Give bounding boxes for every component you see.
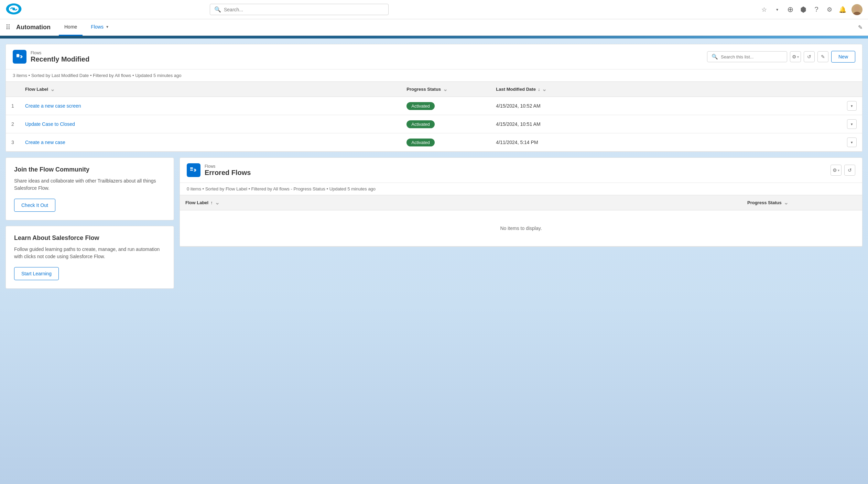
edit-nav-icon[interactable]: ✎ [858, 24, 862, 31]
flows-icon [13, 50, 26, 64]
flow-label-cell: Create a new case [20, 133, 401, 152]
app-launcher-icon[interactable]: ⠿ [6, 23, 11, 32]
recently-modified-title: Recently Modified [31, 55, 707, 63]
row-chevron-icon: ▾ [851, 122, 853, 126]
row-dropdown-btn[interactable]: ▾ [847, 101, 857, 111]
refresh-btn[interactable]: ↺ [804, 51, 815, 62]
errored-sort-icon [210, 200, 213, 205]
errored-actions-header [845, 195, 862, 210]
settings-btn[interactable]: ⚙ ▾ [790, 51, 801, 62]
edit-list-icon: ✎ [821, 54, 825, 59]
row-dropdown-btn[interactable]: ▾ [847, 138, 857, 147]
date-chevron-icon [542, 86, 546, 92]
errored-flows-header: Flows Errored Flows ⚙ ▾ ↺ [180, 158, 862, 183]
favorites-dropdown-icon[interactable]: ▾ [773, 6, 781, 14]
errored-settings-btn[interactable]: ⚙ ▾ [831, 165, 842, 176]
errored-refresh-btn[interactable]: ↺ [844, 165, 855, 176]
bottom-right: Flows Errored Flows ⚙ ▾ ↺ 0 items • Sort… [180, 157, 862, 289]
row-dropdown-btn[interactable]: ▾ [847, 119, 857, 129]
progress-status-cell: Activated [401, 115, 490, 133]
flow-link[interactable]: Update Case to Closed [25, 121, 75, 127]
errored-progress-header[interactable]: Progress Status [742, 195, 845, 210]
edit-list-btn[interactable]: ✎ [817, 51, 828, 62]
recently-modified-actions: 🔍 ⚙ ▾ ↺ ✎ New [707, 51, 855, 63]
help-icon[interactable]: ? [812, 6, 821, 14]
errored-label: Flows [205, 164, 831, 169]
tab-home[interactable]: Home [59, 19, 83, 36]
secondary-nav: ⠿ Automation Home Flows ▾ ✎ [0, 19, 868, 36]
bottom-grid: Join the Flow Community Share ideas and … [6, 157, 862, 289]
start-learning-button[interactable]: Start Learning [14, 267, 59, 280]
bottom-left: Join the Flow Community Share ideas and … [6, 157, 174, 289]
errored-title: Errored Flows [205, 169, 831, 177]
recently-modified-header: Flows Recently Modified 🔍 ⚙ ▾ ↺ [6, 44, 862, 69]
activated-badge: Activated [406, 102, 434, 110]
errored-flows-table: Flow Label Progress Status [180, 195, 862, 246]
learn-text: Follow guided learning paths to create, … [14, 246, 165, 260]
date-sort-icon [538, 87, 540, 92]
errored-flow-label-header[interactable]: Flow Label [180, 195, 742, 210]
bell-icon[interactable]: 🔔 [838, 6, 847, 14]
date-cell: 4/11/2024, 5:14 PM [490, 133, 842, 152]
svg-rect-5 [17, 54, 19, 55]
svg-point-3 [853, 12, 861, 15]
favorites-icon[interactable]: ☆ [760, 6, 768, 14]
recently-modified-table: Flow Label Progress Status Last Modified… [6, 81, 862, 152]
refresh-icon: ↺ [807, 54, 811, 59]
search-list-input[interactable] [721, 54, 783, 59]
errored-flows-card: Flows Errored Flows ⚙ ▾ ↺ 0 items • Sort… [180, 157, 862, 247]
row-actions-cell: ▾ [842, 133, 862, 152]
date-cell: 4/15/2024, 10:51 AM [490, 115, 842, 133]
svg-point-2 [12, 8, 15, 10]
recently-modified-card: Flows Recently Modified 🔍 ⚙ ▾ ↺ [6, 44, 862, 152]
svg-rect-6 [17, 56, 19, 57]
errored-header-row: Flow Label Progress Status [180, 195, 862, 210]
avatar[interactable] [851, 4, 862, 15]
add-icon[interactable]: ⊕ [786, 6, 794, 14]
actions-header [842, 82, 862, 97]
activated-badge: Activated [406, 120, 434, 128]
table-row: 1 Create a new case screen Activated 4/1… [6, 97, 862, 115]
svg-rect-8 [190, 169, 193, 171]
row-number: 3 [6, 133, 20, 152]
flow-label-cell: Update Case to Closed [20, 115, 401, 133]
row-actions-cell: ▾ [842, 115, 862, 133]
last-modified-header[interactable]: Last Modified Date [490, 82, 842, 97]
check-it-out-button[interactable]: Check It Out [14, 199, 55, 212]
progress-status-cell: Activated [401, 133, 490, 152]
flow-link[interactable]: Create a new case screen [25, 103, 81, 109]
salesforce-logo[interactable] [6, 3, 22, 16]
svg-rect-7 [190, 167, 193, 169]
progress-status-header[interactable]: Progress Status [401, 82, 490, 97]
row-chevron-icon: ▾ [851, 104, 853, 108]
row-number: 1 [6, 97, 20, 115]
progress-status-cell: Activated [401, 97, 490, 115]
community-title: Join the Flow Community [14, 166, 165, 173]
learn-title: Learn About Salesforce Flow [14, 234, 165, 242]
search-list-container: 🔍 [707, 51, 787, 62]
errored-actions: ⚙ ▾ ↺ [831, 165, 855, 176]
search-list-icon: 🔍 [712, 54, 718, 60]
errored-meta: 0 items • Sorted by Flow Label • Filtere… [180, 183, 862, 195]
progress-sort-icon [443, 86, 447, 92]
flow-link[interactable]: Create a new case [25, 140, 65, 145]
main-content: Flows Recently Modified 🔍 ⚙ ▾ ↺ [0, 38, 868, 484]
table-header-row: Flow Label Progress Status Last Modified… [6, 82, 862, 97]
flows-dropdown-icon: ▾ [106, 24, 108, 29]
svg-point-4 [854, 6, 860, 11]
gear-icon[interactable]: ⚙ [825, 6, 834, 14]
community-text: Share ideas and collaborate with other T… [14, 177, 165, 192]
new-button[interactable]: New [831, 51, 855, 63]
flow-label-header[interactable]: Flow Label [20, 82, 401, 97]
recently-modified-title-group: Flows Recently Modified [31, 51, 707, 63]
errored-settings-icon: ⚙ [833, 167, 837, 173]
top-nav: 🔍 ☆ ▾ ⊕ ? ⚙ 🔔 [0, 0, 868, 19]
community-card: Join the Flow Community Share ideas and … [6, 157, 174, 220]
table-row: 3 Create a new case Activated 4/11/2024,… [6, 133, 862, 152]
no-items-text: No items to display. [185, 214, 857, 242]
recently-modified-meta: 3 items • Sorted by Last Modified Date •… [6, 69, 862, 81]
global-search-input[interactable] [224, 7, 384, 12]
errored-progress-chevron [784, 199, 788, 206]
tab-flows[interactable]: Flows ▾ [85, 19, 114, 36]
trailhead-icon[interactable] [799, 6, 807, 14]
